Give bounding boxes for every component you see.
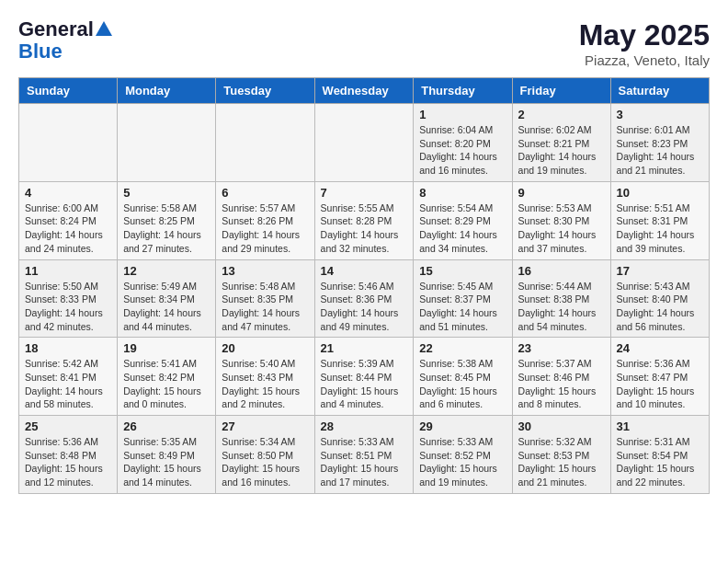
calendar-cell: 6Sunrise: 5:57 AM Sunset: 8:26 PM Daylig…	[216, 181, 314, 259]
calendar-cell: 15Sunrise: 5:45 AM Sunset: 8:37 PM Dayli…	[414, 259, 512, 338]
day-number: 11	[25, 264, 111, 278]
day-info: Sunrise: 5:45 AM Sunset: 8:37 PM Dayligh…	[419, 280, 506, 334]
calendar-day-header-thursday: Thursday	[414, 78, 512, 104]
calendar-day-header-wednesday: Wednesday	[314, 78, 414, 104]
day-info: Sunrise: 5:41 AM Sunset: 8:42 PM Dayligh…	[123, 357, 210, 411]
day-info: Sunrise: 5:37 AM Sunset: 8:46 PM Dayligh…	[518, 357, 605, 411]
day-number: 5	[123, 186, 210, 200]
day-number: 12	[123, 264, 210, 278]
calendar-cell: 21Sunrise: 5:39 AM Sunset: 8:44 PM Dayli…	[314, 338, 414, 416]
calendar-week-row: 4Sunrise: 6:00 AM Sunset: 8:24 PM Daylig…	[19, 181, 710, 259]
calendar-cell: 12Sunrise: 5:49 AM Sunset: 8:34 PM Dayli…	[118, 259, 216, 338]
calendar-cell	[19, 104, 118, 182]
calendar-day-header-sunday: Sunday	[19, 78, 118, 104]
day-number: 25	[25, 419, 111, 433]
calendar-cell: 31Sunrise: 5:31 AM Sunset: 8:54 PM Dayli…	[610, 416, 709, 494]
calendar-cell: 11Sunrise: 5:50 AM Sunset: 8:33 PM Dayli…	[19, 259, 118, 338]
calendar-cell: 1Sunrise: 6:04 AM Sunset: 8:20 PM Daylig…	[414, 104, 512, 182]
day-number: 10	[617, 186, 703, 200]
calendar-cell: 4Sunrise: 6:00 AM Sunset: 8:24 PM Daylig…	[19, 181, 118, 259]
day-number: 3	[617, 108, 703, 121]
day-number: 18	[25, 341, 111, 355]
day-info: Sunrise: 5:35 AM Sunset: 8:49 PM Dayligh…	[123, 435, 210, 489]
title-block: May 2025 Piazza, Veneto, Italy	[579, 18, 710, 68]
day-info: Sunrise: 5:38 AM Sunset: 8:45 PM Dayligh…	[419, 357, 506, 411]
calendar-cell: 18Sunrise: 5:42 AM Sunset: 8:41 PM Dayli…	[19, 338, 118, 416]
day-info: Sunrise: 6:04 AM Sunset: 8:20 PM Dayligh…	[419, 123, 506, 178]
day-number: 17	[617, 264, 703, 278]
calendar-cell: 9Sunrise: 5:53 AM Sunset: 8:30 PM Daylig…	[512, 181, 610, 259]
day-number: 19	[123, 341, 210, 355]
day-info: Sunrise: 5:48 AM Sunset: 8:35 PM Dayligh…	[222, 280, 308, 334]
day-number: 23	[518, 341, 605, 355]
calendar-day-header-saturday: Saturday	[610, 78, 709, 104]
day-info: Sunrise: 5:43 AM Sunset: 8:40 PM Dayligh…	[617, 280, 703, 334]
day-info: Sunrise: 5:58 AM Sunset: 8:25 PM Dayligh…	[123, 201, 210, 256]
day-info: Sunrise: 5:40 AM Sunset: 8:43 PM Dayligh…	[222, 357, 308, 411]
day-number: 1	[419, 108, 506, 121]
calendar-cell: 14Sunrise: 5:46 AM Sunset: 8:36 PM Dayli…	[314, 259, 414, 338]
day-info: Sunrise: 5:31 AM Sunset: 8:54 PM Dayligh…	[617, 435, 703, 489]
day-info: Sunrise: 5:55 AM Sunset: 8:28 PM Dayligh…	[321, 201, 408, 256]
calendar-cell: 27Sunrise: 5:34 AM Sunset: 8:50 PM Dayli…	[216, 416, 314, 494]
day-number: 28	[321, 419, 408, 433]
day-info: Sunrise: 5:49 AM Sunset: 8:34 PM Dayligh…	[123, 280, 210, 334]
calendar-cell: 30Sunrise: 5:32 AM Sunset: 8:53 PM Dayli…	[512, 416, 610, 494]
day-number: 27	[222, 419, 308, 433]
calendar-week-row: 11Sunrise: 5:50 AM Sunset: 8:33 PM Dayli…	[19, 259, 710, 338]
day-number: 9	[518, 186, 605, 200]
calendar-cell: 28Sunrise: 5:33 AM Sunset: 8:51 PM Dayli…	[314, 416, 414, 494]
day-info: Sunrise: 5:36 AM Sunset: 8:47 PM Dayligh…	[617, 357, 703, 411]
day-info: Sunrise: 5:39 AM Sunset: 8:44 PM Dayligh…	[321, 357, 408, 411]
logo-icon	[94, 19, 114, 40]
day-number: 4	[25, 186, 111, 200]
calendar-header-row: SundayMondayTuesdayWednesdayThursdayFrid…	[19, 78, 710, 104]
calendar-cell: 19Sunrise: 5:41 AM Sunset: 8:42 PM Dayli…	[118, 338, 216, 416]
day-number: 29	[419, 419, 506, 433]
day-number: 24	[617, 341, 703, 355]
header: General Blue May 2025 Piazza, Veneto, It…	[18, 18, 710, 68]
calendar-week-row: 1Sunrise: 6:04 AM Sunset: 8:20 PM Daylig…	[19, 104, 710, 182]
calendar-cell: 22Sunrise: 5:38 AM Sunset: 8:45 PM Dayli…	[414, 338, 512, 416]
day-info: Sunrise: 5:36 AM Sunset: 8:48 PM Dayligh…	[25, 435, 111, 489]
day-number: 31	[617, 419, 703, 433]
calendar-cell: 20Sunrise: 5:40 AM Sunset: 8:43 PM Dayli…	[216, 338, 314, 416]
day-number: 7	[321, 186, 408, 200]
calendar-cell	[216, 104, 314, 182]
day-info: Sunrise: 5:51 AM Sunset: 8:31 PM Dayligh…	[617, 201, 703, 256]
calendar-cell: 29Sunrise: 5:33 AM Sunset: 8:52 PM Dayli…	[414, 416, 512, 494]
day-info: Sunrise: 5:53 AM Sunset: 8:30 PM Dayligh…	[518, 201, 605, 256]
day-number: 6	[222, 186, 308, 200]
calendar-cell	[314, 104, 414, 182]
day-info: Sunrise: 6:01 AM Sunset: 8:23 PM Dayligh…	[617, 123, 703, 178]
day-info: Sunrise: 5:42 AM Sunset: 8:41 PM Dayligh…	[25, 357, 111, 411]
day-info: Sunrise: 5:54 AM Sunset: 8:29 PM Dayligh…	[419, 201, 506, 256]
day-info: Sunrise: 6:02 AM Sunset: 8:21 PM Dayligh…	[518, 123, 605, 178]
calendar-cell: 10Sunrise: 5:51 AM Sunset: 8:31 PM Dayli…	[610, 181, 709, 259]
day-number: 20	[222, 341, 308, 355]
day-number: 14	[321, 264, 408, 278]
logo-text: General	[18, 18, 94, 40]
calendar-cell: 2Sunrise: 6:02 AM Sunset: 8:21 PM Daylig…	[512, 104, 610, 182]
calendar-cell: 23Sunrise: 5:37 AM Sunset: 8:46 PM Dayli…	[512, 338, 610, 416]
day-number: 30	[518, 419, 605, 433]
day-info: Sunrise: 5:33 AM Sunset: 8:52 PM Dayligh…	[419, 435, 506, 489]
day-info: Sunrise: 5:46 AM Sunset: 8:36 PM Dayligh…	[321, 280, 408, 334]
location-title: Piazza, Veneto, Italy	[579, 52, 710, 68]
calendar-week-row: 25Sunrise: 5:36 AM Sunset: 8:48 PM Dayli…	[19, 416, 710, 494]
page: General Blue May 2025 Piazza, Veneto, It…	[0, 0, 728, 503]
day-number: 13	[222, 264, 308, 278]
day-info: Sunrise: 5:34 AM Sunset: 8:50 PM Dayligh…	[222, 435, 308, 489]
calendar-day-header-tuesday: Tuesday	[216, 78, 314, 104]
calendar-cell: 17Sunrise: 5:43 AM Sunset: 8:40 PM Dayli…	[610, 259, 709, 338]
calendar-cell: 8Sunrise: 5:54 AM Sunset: 8:29 PM Daylig…	[414, 181, 512, 259]
svg-marker-0	[96, 21, 112, 36]
calendar-cell: 24Sunrise: 5:36 AM Sunset: 8:47 PM Dayli…	[610, 338, 709, 416]
calendar-cell: 26Sunrise: 5:35 AM Sunset: 8:49 PM Dayli…	[118, 416, 216, 494]
calendar-cell: 25Sunrise: 5:36 AM Sunset: 8:48 PM Dayli…	[19, 416, 118, 494]
day-number: 22	[419, 341, 506, 355]
calendar-cell: 7Sunrise: 5:55 AM Sunset: 8:28 PM Daylig…	[314, 181, 414, 259]
month-title: May 2025	[579, 18, 710, 52]
day-info: Sunrise: 6:00 AM Sunset: 8:24 PM Dayligh…	[25, 201, 111, 256]
calendar-cell: 13Sunrise: 5:48 AM Sunset: 8:35 PM Dayli…	[216, 259, 314, 338]
